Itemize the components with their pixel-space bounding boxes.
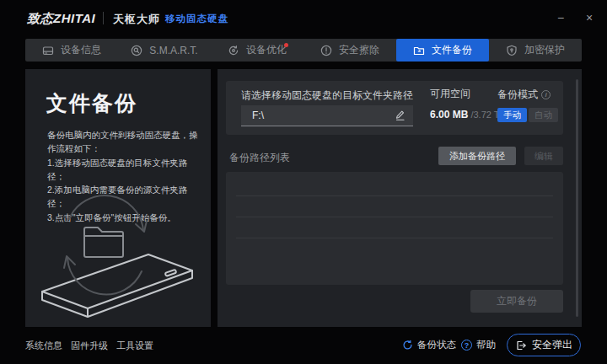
minimize-button[interactable]: − xyxy=(551,8,570,27)
brand-logo: 致态ZHITAI xyxy=(27,11,95,27)
footer-link-firmware-upgrade[interactable]: 固件升级 xyxy=(71,340,108,352)
tab-label: 设备优化 xyxy=(246,43,287,57)
backup-status-item[interactable]: 备份状态 xyxy=(402,339,456,351)
app-name: 天枢大师 xyxy=(113,12,160,27)
edit-button[interactable]: 编辑 xyxy=(524,147,563,165)
ssd-icon xyxy=(42,45,54,56)
backup-list-header: 备份路径列表 添加备份路径 编辑 xyxy=(218,147,563,167)
tab-smart[interactable]: S.M.A.R.T. xyxy=(118,39,211,62)
help-item[interactable]: ? 帮助 xyxy=(461,339,496,351)
add-backup-path-button[interactable]: 添加备份路径 xyxy=(438,147,516,165)
info-icon[interactable]: i xyxy=(541,90,551,99)
safe-eject-button[interactable]: 安全弹出 xyxy=(507,334,581,356)
edit-pencil-icon[interactable] xyxy=(395,110,406,121)
app-window: 致态ZHITAI 天枢大师 移动固态硬盘 − × 设备信息 S.M.A.R.T.… xyxy=(0,0,607,364)
smart-scan-icon xyxy=(131,45,142,56)
mode-manual-option[interactable]: 手动 xyxy=(497,108,527,122)
backup-status-label: 备份状态 xyxy=(417,339,456,351)
target-path-value: F:\ xyxy=(252,110,395,121)
mode-auto-option[interactable]: 自动 xyxy=(529,108,558,122)
instruction-step: 1.选择移动固态硬盘的目标文件夹路径； xyxy=(47,156,204,184)
shield-lock-icon xyxy=(506,45,518,56)
backup-mode-toggle: 手动 自动 xyxy=(497,108,558,122)
available-space-label: 可用空间 xyxy=(430,87,506,101)
backup-sync-illustration xyxy=(40,194,196,322)
tab-label: 加密保护 xyxy=(524,43,565,57)
optimize-icon xyxy=(228,45,239,56)
tab-bar: 设备信息 S.M.A.R.T. 设备优化 安全擦除 文件备份 xyxy=(25,39,582,62)
tab-device-info[interactable]: 设备信息 xyxy=(25,39,118,62)
eject-icon xyxy=(515,340,527,351)
backup-path-list xyxy=(226,172,563,285)
backup-list-title: 备份路径列表 xyxy=(229,151,290,165)
list-row-divider xyxy=(236,195,553,196)
titlebar-divider xyxy=(103,12,104,24)
close-button[interactable]: × xyxy=(580,8,599,27)
backup-intro-panel: 文件备份 备份电脑内的文件到移动固态硬盘，操作流程如下： 1.选择移动固态硬盘的… xyxy=(25,69,211,327)
titlebar: 致态ZHITAI 天枢大师 移动固态硬盘 − × xyxy=(0,0,607,37)
list-row-divider xyxy=(236,217,553,217)
available-space-value: 6.00 MB /3.72 TB xyxy=(430,109,506,120)
list-row-divider xyxy=(236,238,553,238)
sync-status-icon xyxy=(402,340,413,351)
backup-now-button[interactable]: 立即备份 xyxy=(470,290,563,313)
tab-label: S.M.A.R.T. xyxy=(149,45,197,56)
safe-eject-label: 安全弹出 xyxy=(532,338,572,352)
backup-config-panel: 请选择移动固态硬盘的目标文件夹路径 F:\ 可用空间 6.00 MB /3.72… xyxy=(218,69,582,327)
tab-label: 文件备份 xyxy=(432,43,472,57)
backup-mode-label: 备份模式 xyxy=(497,88,538,102)
footer-bar: 系统信息 固件升级 工具设置 备份状态 ? 帮助 安全弹出 xyxy=(0,327,607,364)
panel-scrollbar[interactable] xyxy=(576,79,578,317)
tab-file-backup[interactable]: 文件备份 xyxy=(396,39,489,62)
page-title: 文件备份 xyxy=(46,89,137,117)
tab-label: 设备信息 xyxy=(61,43,101,57)
app-subtitle: 移动固态硬盘 xyxy=(165,13,228,25)
backup-folder-icon xyxy=(413,45,425,56)
erase-warning-icon xyxy=(320,45,332,56)
target-path-card: 请选择移动固态硬盘的目标文件夹路径 F:\ 可用空间 6.00 MB /3.72… xyxy=(226,81,563,135)
notification-badge xyxy=(284,43,288,47)
target-path-label: 请选择移动固态硬盘的目标文件夹路径 xyxy=(241,88,413,103)
tab-secure-erase[interactable]: 安全擦除 xyxy=(304,39,396,62)
tab-label: 安全擦除 xyxy=(339,43,379,57)
available-space: 可用空间 6.00 MB /3.72 TB xyxy=(430,87,506,120)
instructions-intro: 备份电脑内的文件到移动固态硬盘，操作流程如下： xyxy=(47,128,204,156)
tab-encryption[interactable]: 加密保护 xyxy=(489,39,582,62)
footer-link-system-info[interactable]: 系统信息 xyxy=(25,340,62,352)
space-used: 6.00 MB xyxy=(430,109,468,120)
tab-device-optimize[interactable]: 设备优化 xyxy=(211,39,304,62)
help-label: 帮助 xyxy=(476,339,496,351)
help-icon: ? xyxy=(461,340,472,351)
target-path-input[interactable]: F:\ xyxy=(241,105,413,126)
footer-link-tool-settings[interactable]: 工具设置 xyxy=(116,340,153,352)
backup-mode: 备份模式i 手动 自动 xyxy=(497,87,558,122)
